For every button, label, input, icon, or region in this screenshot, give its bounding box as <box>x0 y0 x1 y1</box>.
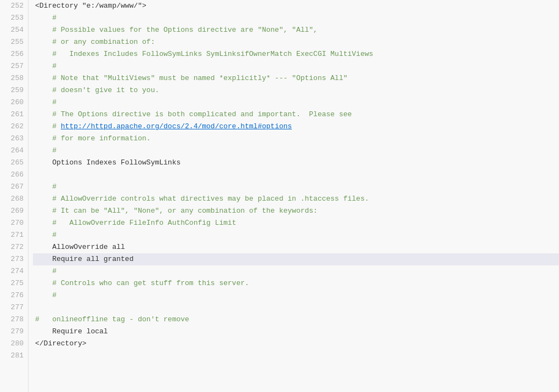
line-number: 263 <box>0 133 28 145</box>
line-number: 253 <box>0 12 28 24</box>
line-number: 275 <box>0 277 28 289</box>
code-line: # for more information. <box>33 133 559 145</box>
code-line: # Controls who can get stuff from this s… <box>33 277 559 289</box>
line-number: 260 <box>0 96 28 109</box>
code-line: # <box>33 265 559 277</box>
code-line: # <box>33 229 559 241</box>
code-line: AllowOverride all <box>33 241 559 253</box>
code-text: </Directory> <box>35 339 87 348</box>
line-number: 254 <box>0 24 28 36</box>
line-number: 269 <box>0 205 28 217</box>
line-number: 268 <box>0 193 28 205</box>
line-number: 264 <box>0 145 28 157</box>
code-line: # AllowOverride FileInfo AuthConfig Limi… <box>33 217 559 229</box>
line-number: 274 <box>0 265 28 277</box>
comment-text: # AllowOverride controls what directives… <box>35 195 369 203</box>
line-number: 256 <box>0 48 28 60</box>
comment-text: # <box>35 62 57 70</box>
comment-text: # for more information. <box>35 134 151 143</box>
line-number: 279 <box>0 326 28 338</box>
line-number: 272 <box>0 241 28 253</box>
line-number: 280 <box>0 338 28 350</box>
code-text: Options Indexes FollowSymLinks <box>35 158 180 167</box>
code-text: Require local <box>35 327 108 336</box>
comment-text: # It can be "All", "None", or any combin… <box>35 207 318 215</box>
comment-text: # or any combination of: <box>35 38 155 46</box>
line-number: 262 <box>0 121 28 133</box>
code-line: Require local <box>33 326 559 338</box>
code-text: Require all granted <box>35 255 133 263</box>
line-number: 266 <box>0 169 28 181</box>
comment-text: # The Options directive is both complica… <box>35 110 352 118</box>
code-line <box>33 169 559 181</box>
code-line: # Possible values for the Options direct… <box>33 24 559 36</box>
line-number: 276 <box>0 289 28 302</box>
code-editor: 2522532542552562572582592602612622632642… <box>0 0 559 392</box>
code-line: <Directory "e:/wamp/www/"> <box>33 0 559 12</box>
comment-text: # <box>35 146 57 155</box>
comment-text: # onlineoffline tag - don't remove <box>35 315 189 323</box>
comment-text: # <box>35 98 57 106</box>
code-line: Options Indexes FollowSymLinks <box>33 157 559 169</box>
line-number: 270 <box>0 217 28 229</box>
line-number: 281 <box>0 350 28 362</box>
comment-text: # <box>35 231 57 239</box>
code-line: # Note that "MultiViews" must be named *… <box>33 72 559 84</box>
code-line: </Directory> <box>33 338 559 350</box>
line-number: 271 <box>0 229 28 241</box>
line-number: 252 <box>0 0 28 12</box>
code-line: # <box>33 60 559 72</box>
code-content[interactable]: <Directory "e:/wamp/www/"> # # Possible … <box>29 0 559 392</box>
code-line: # It can be "All", "None", or any combin… <box>33 205 559 217</box>
code-line: # AllowOverride controls what directives… <box>33 193 559 205</box>
comment-text: # Controls who can get stuff from this s… <box>35 279 249 287</box>
line-number: 257 <box>0 60 28 72</box>
code-line: # doesn't give it to you. <box>33 84 559 96</box>
comment-text: # <box>35 14 57 22</box>
comment-text: # Indexes Includes FollowSymLinks SymLin… <box>35 50 373 58</box>
comment-text: # <box>35 267 57 275</box>
comment-text: # <box>35 183 57 191</box>
code-line: # onlineoffline tag - don't remove <box>33 314 559 326</box>
line-number: 265 <box>0 157 28 169</box>
comment-text: # AllowOverride FileInfo AuthConfig Limi… <box>35 219 236 227</box>
code-line: # or any combination of: <box>33 36 559 48</box>
apache-docs-link[interactable]: http://httpd.apache.org/docs/2.4/mod/cor… <box>61 122 292 130</box>
code-line: # <box>33 96 559 109</box>
code-line: # <box>33 145 559 157</box>
line-number: 255 <box>0 36 28 48</box>
line-number: 267 <box>0 181 28 193</box>
comment-text: # <box>35 291 57 299</box>
comment-text: # Possible values for the Options direct… <box>35 26 318 34</box>
code-line: # The Options directive is both complica… <box>33 109 559 121</box>
code-line: Require all granted <box>33 253 559 265</box>
code-line <box>33 302 559 314</box>
line-number: 258 <box>0 72 28 84</box>
code-line: # Indexes Includes FollowSymLinks SymLin… <box>33 48 559 60</box>
code-text: <Directory "e:/wamp/www/"> <box>35 2 146 10</box>
line-numbers: 2522532542552562572582592602612622632642… <box>0 0 29 392</box>
code-text: AllowOverride all <box>35 243 125 251</box>
line-number: 278 <box>0 314 28 326</box>
comment-prefix: # <box>35 122 61 130</box>
code-line: # <box>33 12 559 24</box>
line-number: 273 <box>0 253 28 265</box>
code-line: # <box>33 181 559 193</box>
comment-text: # Note that "MultiViews" must be named *… <box>35 74 348 82</box>
line-number: 277 <box>0 302 28 314</box>
line-number: 259 <box>0 84 28 96</box>
line-number: 261 <box>0 109 28 121</box>
comment-text: # doesn't give it to you. <box>35 86 159 94</box>
code-line <box>33 350 559 362</box>
code-line: # http://httpd.apache.org/docs/2.4/mod/c… <box>33 121 559 133</box>
code-line: # <box>33 289 559 302</box>
